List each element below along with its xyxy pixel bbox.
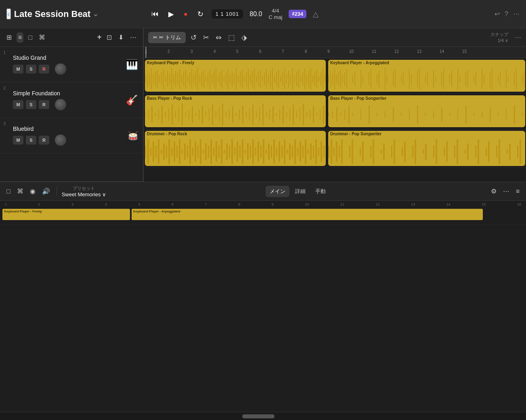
key-badge[interactable]: ♯234 bbox=[289, 10, 306, 18]
svg-rect-113 bbox=[403, 73, 404, 86]
svg-rect-222 bbox=[498, 113, 499, 116]
volume-knob-1[interactable] bbox=[55, 63, 66, 75]
svg-rect-288 bbox=[308, 149, 309, 153]
preset-name[interactable]: Sweet Memories ∨ bbox=[62, 191, 106, 197]
svg-rect-313 bbox=[412, 145, 413, 158]
svg-rect-279 bbox=[284, 139, 285, 164]
mini-track: Keyboard Player - Freely Keyboard Player… bbox=[0, 208, 526, 222]
track-icon-3: 🥁 bbox=[128, 131, 138, 141]
trim-button[interactable]: ✂ ✂ トリム bbox=[148, 32, 186, 43]
svg-rect-89 bbox=[325, 74, 325, 84]
tab-detail[interactable]: 詳細 bbox=[291, 186, 310, 197]
svg-rect-293 bbox=[321, 141, 322, 162]
svg-rect-61 bbox=[268, 74, 269, 84]
region[interactable]: Keyboard Player - Freely bbox=[145, 60, 326, 92]
svg-rect-24 bbox=[193, 74, 194, 84]
svg-rect-37 bbox=[220, 72, 220, 86]
snap-value[interactable]: 1/4 ∨ bbox=[490, 38, 508, 43]
region[interactable]: Keyboard Player - Arpeggiated bbox=[328, 60, 525, 92]
svg-rect-264 bbox=[245, 149, 246, 153]
svg-rect-104 bbox=[369, 73, 369, 86]
lower-view-btn-1[interactable]: □ bbox=[5, 186, 12, 197]
track-row: 2 Simple Foundation M S R 🎸 bbox=[0, 82, 143, 118]
copy-button[interactable]: ⬗ bbox=[240, 32, 249, 44]
svg-rect-271 bbox=[263, 139, 264, 164]
svg-rect-108 bbox=[385, 68, 386, 90]
record-button-1[interactable]: R bbox=[39, 65, 49, 74]
lower-view-btn-3[interactable]: ◉ bbox=[28, 186, 37, 197]
svg-rect-257 bbox=[226, 143, 228, 160]
back-button[interactable]: ‹ bbox=[6, 8, 11, 19]
svg-rect-327 bbox=[486, 147, 487, 155]
svg-rect-283 bbox=[294, 139, 296, 164]
lower-view-btn-4[interactable]: 🔊 bbox=[40, 186, 52, 197]
add-track-button[interactable]: + bbox=[97, 32, 102, 43]
lower-view-btn-2[interactable]: ⌘ bbox=[15, 186, 25, 197]
svg-rect-194 bbox=[313, 106, 314, 123]
svg-rect-168 bbox=[226, 112, 226, 118]
undo-button[interactable]: ↩ bbox=[495, 10, 500, 18]
svg-rect-0 bbox=[145, 76, 146, 83]
undo-tool-button[interactable]: ↺ bbox=[189, 32, 198, 44]
track-info: Bluebird M S R bbox=[13, 126, 125, 146]
lower-more-button[interactable]: ⋯ bbox=[501, 186, 511, 197]
svg-rect-205 bbox=[360, 109, 361, 120]
region[interactable]: Drummer - Pop Songwriter bbox=[328, 131, 525, 166]
svg-rect-119 bbox=[427, 72, 428, 86]
svg-rect-201 bbox=[340, 113, 341, 116]
solo-button-2[interactable]: S bbox=[26, 100, 36, 109]
tab-main[interactable]: メイン bbox=[266, 186, 289, 197]
settings-view-button[interactable]: ⌘ bbox=[37, 32, 47, 43]
region[interactable]: Bass Player - Pop Rock bbox=[145, 95, 326, 127]
svg-rect-70 bbox=[286, 74, 287, 84]
svg-rect-7 bbox=[159, 76, 160, 83]
resize-button[interactable]: ⇔ bbox=[214, 32, 223, 44]
region[interactable]: Bass Player - Pop Songwriter bbox=[328, 95, 525, 127]
mute-button-3[interactable]: M bbox=[13, 136, 23, 145]
left-panel-more-button[interactable]: ⋯ bbox=[128, 32, 138, 43]
svg-rect-166 bbox=[219, 107, 220, 122]
lower-settings-button[interactable]: ⚙ bbox=[489, 186, 498, 197]
transport-more-button[interactable]: ⋯ bbox=[513, 10, 520, 18]
solo-button-1[interactable]: S bbox=[26, 65, 36, 74]
mini-region[interactable]: Keyboard Player - Arpeggiated bbox=[132, 209, 483, 220]
svg-rect-213 bbox=[425, 113, 426, 116]
volume-knob-2[interactable] bbox=[55, 99, 66, 110]
svg-rect-182 bbox=[272, 106, 274, 123]
svg-rect-314 bbox=[415, 139, 416, 164]
region[interactable]: Drummer - Pop Rock bbox=[145, 131, 326, 166]
record-button-2[interactable]: R bbox=[39, 100, 49, 109]
title-chevron[interactable]: ⌄ bbox=[93, 10, 98, 18]
svg-rect-278 bbox=[281, 145, 283, 158]
grid-view-button[interactable]: ⊞ bbox=[5, 32, 13, 43]
mini-region[interactable]: Keyboard Player - Freely bbox=[2, 209, 130, 220]
tab-manual[interactable]: 手動 bbox=[311, 186, 330, 197]
svg-rect-292 bbox=[318, 147, 319, 155]
record-button[interactable]: ● bbox=[182, 9, 189, 19]
loop-region-button[interactable]: ⬚ bbox=[226, 32, 237, 44]
svg-rect-328 bbox=[488, 141, 490, 162]
scroll-thumb[interactable] bbox=[242, 414, 275, 418]
list-view-button[interactable]: ≡ bbox=[17, 32, 23, 43]
mute-button-2[interactable]: M bbox=[13, 100, 23, 109]
svg-rect-78 bbox=[302, 73, 303, 86]
group-button[interactable]: ⊡ bbox=[105, 32, 113, 43]
svg-rect-124 bbox=[449, 74, 450, 84]
volume-knob-3[interactable] bbox=[55, 134, 66, 146]
help-button[interactable]: ? bbox=[505, 10, 508, 18]
download-button[interactable]: ⬇ bbox=[117, 32, 125, 43]
play-button[interactable]: ▶ bbox=[167, 8, 176, 20]
record-button-3[interactable]: R bbox=[39, 136, 49, 145]
toolbar2-more-button[interactable]: ⋯ bbox=[515, 34, 521, 41]
single-view-button[interactable]: □ bbox=[27, 32, 34, 43]
svg-rect-147 bbox=[155, 113, 156, 116]
svg-rect-163 bbox=[209, 108, 210, 121]
svg-rect-26 bbox=[197, 68, 198, 90]
lower-lines-button[interactable]: ≡ bbox=[514, 186, 521, 197]
loop-button[interactable]: ↻ bbox=[196, 8, 205, 20]
svg-rect-231 bbox=[158, 139, 159, 164]
solo-button-3[interactable]: S bbox=[26, 136, 36, 145]
mute-button-1[interactable]: M bbox=[13, 65, 23, 74]
rewind-button[interactable]: ⏮ bbox=[150, 8, 160, 20]
split-button[interactable]: ✂ bbox=[201, 32, 211, 44]
